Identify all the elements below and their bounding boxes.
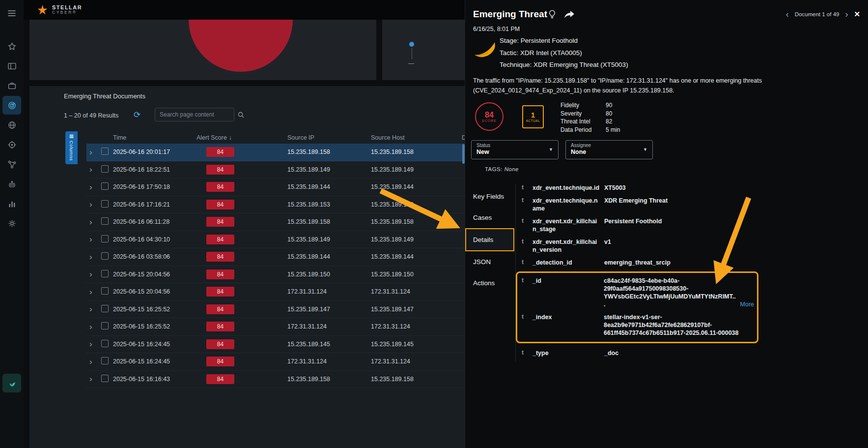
sprout-icon[interactable] — [2, 374, 21, 392]
table-row[interactable]: › 2025-06-15 16:24:45 84 15.235.189.145 … — [86, 336, 465, 354]
row-checkbox[interactable] — [101, 375, 109, 382]
row-checkbox[interactable] — [101, 270, 109, 277]
event-timestamp: 6/16/25, 8:01 PM — [473, 26, 520, 32]
row-expand-icon[interactable]: › — [86, 270, 97, 278]
next-document-icon[interactable]: › — [845, 10, 848, 19]
more-link[interactable]: More — [740, 300, 754, 308]
search-input[interactable] — [155, 111, 238, 118]
table-row[interactable]: › 2025-06-15 16:25:52 84 15.235.189.147 … — [86, 301, 465, 319]
network-icon[interactable] — [2, 155, 21, 174]
document-pager: ‹ Document 1 of 49 › ✕ — [786, 10, 860, 19]
row-expand-icon[interactable]: › — [86, 340, 97, 348]
table-body: › 2025-06-16 20:01:17 84 15.235.189.158 … — [86, 144, 465, 388]
alert-description: The traffic from "IP/name: 15.235.189.15… — [473, 76, 852, 95]
row-checkbox[interactable] — [101, 305, 109, 312]
row-time: 2025-06-15 20:04:56 — [113, 288, 196, 295]
star-icon[interactable] — [2, 37, 21, 56]
row-checkbox[interactable] — [101, 287, 109, 295]
row-source-host: 172.31.31.124 — [371, 358, 462, 365]
lightbulb-icon[interactable] — [548, 10, 557, 21]
row-checkbox[interactable] — [101, 200, 109, 208]
detail-tab[interactable]: Actions — [465, 272, 514, 294]
columns-button[interactable]: ▦ Columns — [65, 131, 78, 164]
table-row[interactable]: › 2025-06-16 17:50:18 84 15.235.189.144 … — [86, 179, 465, 196]
text-field-type-icon: t — [522, 238, 532, 254]
gear-icon[interactable] — [2, 214, 21, 233]
bar-chart-icon[interactable] — [2, 194, 21, 213]
table-row[interactable]: › 2025-06-16 20:01:17 84 15.235.189.158 … — [86, 144, 465, 161]
row-expand-icon[interactable]: › — [86, 235, 97, 243]
row-checkbox[interactable] — [101, 322, 109, 329]
detail-tab[interactable]: Cases — [465, 207, 514, 228]
row-time: 2025-06-16 18:22:51 — [113, 166, 196, 173]
detail-tab[interactable]: Key Fields — [465, 186, 514, 207]
detail-tab[interactable]: Details — [465, 228, 514, 251]
header-alert-score[interactable]: Alert Score↓ — [196, 134, 287, 141]
header-source-host[interactable]: Source Host — [371, 134, 462, 141]
row-checkbox[interactable] — [101, 182, 109, 190]
detail-tab[interactable]: JSON — [465, 251, 514, 272]
slider-handle[interactable] — [409, 42, 414, 47]
table-row[interactable]: › 2025-06-16 06:11:28 84 15.235.189.158 … — [86, 213, 465, 231]
row-checkbox[interactable] — [101, 217, 109, 225]
table-row[interactable]: › 2025-06-16 18:22:51 84 15.235.189.149 … — [86, 161, 465, 179]
field-key: xdr_event.technique.id — [532, 184, 604, 192]
share-icon[interactable] — [564, 11, 574, 21]
row-time: 2025-06-15 16:24:45 — [113, 358, 196, 365]
row-expand-icon[interactable]: › — [86, 305, 97, 313]
header-time[interactable]: Time — [113, 134, 196, 141]
row-expand-icon[interactable]: › — [86, 148, 97, 156]
radar-icon[interactable] — [2, 96, 21, 115]
row-checkbox[interactable] — [101, 252, 109, 260]
actual-box: 1 ACTUAL — [522, 105, 544, 128]
globe-icon[interactable] — [2, 116, 21, 134]
crosshair-icon[interactable] — [2, 135, 21, 154]
row-expand-icon[interactable]: › — [86, 375, 97, 383]
zoom-out-icon[interactable]: — — [408, 60, 414, 67]
documents-title: Emerging Threat Documents — [64, 92, 145, 100]
alert-score-badge: 84 — [206, 357, 234, 366]
pie-chart-segment[interactable] — [189, 20, 293, 72]
row-source-ip: 15.235.189.145 — [287, 341, 371, 348]
chevron-down-icon: ▼ — [643, 147, 647, 152]
refresh-icon[interactable]: ⟳ — [134, 110, 140, 120]
table-row[interactable]: › 2025-06-16 03:58:06 84 15.235.189.144 … — [86, 248, 465, 266]
hamburger-menu-icon[interactable] — [2, 4, 21, 23]
metric-row: Fidelity 90 — [560, 101, 620, 110]
table-row[interactable]: › 2025-06-16 17:16:21 84 15.235.189.153 … — [86, 196, 465, 214]
header-source-ip[interactable]: Source IP — [287, 134, 371, 141]
row-checkbox[interactable] — [101, 357, 109, 364]
row-checkbox[interactable] — [101, 340, 109, 347]
row-checkbox[interactable] — [101, 165, 109, 173]
row-expand-icon[interactable]: › — [86, 358, 97, 366]
row-time: 2025-06-15 20:04:56 — [113, 271, 196, 278]
row-checkbox[interactable] — [101, 235, 109, 242]
bot-icon[interactable] — [2, 175, 21, 193]
row-expand-icon[interactable]: › — [86, 200, 97, 209]
table-row[interactable]: › 2025-06-15 20:04:56 84 15.235.189.150 … — [86, 266, 465, 284]
alert-score-badge: 84 — [206, 269, 234, 279]
panels-icon[interactable] — [2, 57, 21, 75]
field-key: xdr_event.xdr_killchain_stage — [532, 217, 604, 233]
assignee-dropdown[interactable]: Assignee None ▼ — [565, 140, 653, 159]
close-icon[interactable]: ✕ — [854, 10, 860, 19]
prev-document-icon[interactable]: ‹ — [786, 10, 789, 19]
row-expand-icon[interactable]: › — [86, 288, 97, 296]
table-row[interactable]: › 2025-06-16 04:30:10 84 15.235.189.149 … — [86, 231, 465, 249]
row-source-host: 15.235.189.158 — [371, 376, 462, 383]
killchain-technique: Technique: XDR Emerging Threat (XT5003) — [500, 61, 628, 68]
row-checkbox[interactable] — [101, 148, 109, 155]
row-expand-icon[interactable]: › — [86, 183, 97, 191]
row-expand-icon[interactable]: › — [86, 253, 97, 261]
table-row[interactable]: › 2025-06-15 16:24:45 84 172.31.31.124 1… — [86, 353, 465, 371]
briefcase-icon[interactable] — [2, 76, 21, 95]
row-expand-icon[interactable]: › — [86, 165, 97, 174]
table-row[interactable]: › 2025-06-15 20:04:56 84 172.31.31.124 1… — [86, 283, 465, 301]
slider-track[interactable] — [412, 48, 412, 59]
row-expand-icon[interactable]: › — [86, 218, 97, 226]
table-row[interactable]: › 2025-06-15 16:25:52 84 172.31.31.124 1… — [86, 318, 465, 336]
table-row[interactable]: › 2025-06-15 16:16:43 84 15.235.189.158 … — [86, 371, 465, 388]
row-expand-icon[interactable]: › — [86, 323, 97, 331]
status-dropdown[interactable]: Status New ▼ — [471, 140, 559, 159]
field-value: v1 — [604, 238, 756, 246]
